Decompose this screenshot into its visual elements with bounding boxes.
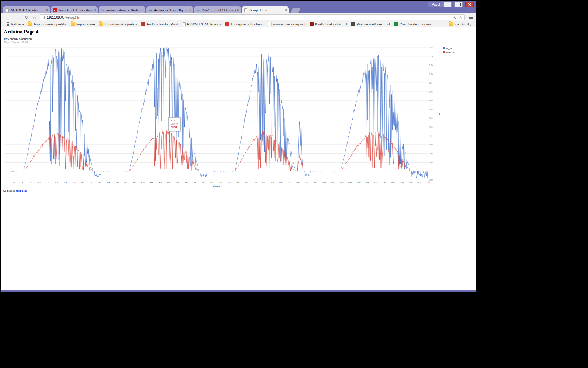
bookmark-historia-fondu[interactable]: História fondu - Poist <box>139 22 180 26</box>
tooltip-x-value: 712 <box>171 119 178 122</box>
svg-text:340: 340 <box>115 182 119 183</box>
tab-close-icon[interactable]: × <box>189 8 191 12</box>
site-favicon <box>351 22 355 26</box>
svg-text:1k: 1k <box>429 82 432 84</box>
tab-temp-demo-active[interactable]: Temp demo × <box>242 6 289 13</box>
back-button[interactable]: ← <box>3 15 13 20</box>
svg-text:500: 500 <box>429 126 433 128</box>
tab-strip: NETGEAR Router × ▶ JavaScript: Understan… <box>3 6 300 13</box>
svg-text:1172: 1172 <box>391 182 395 183</box>
site-favicon <box>141 22 145 26</box>
close-button[interactable] <box>466 2 474 7</box>
svg-text:730: 730 <box>245 182 248 183</box>
tab-arduino-string-search[interactable]: G arduino string - Hľadať G × <box>99 6 145 13</box>
bookmark-label: Importované z prehlia <box>105 22 137 26</box>
svg-text:600: 600 <box>429 117 433 119</box>
energy-line-chart[interactable]: 1.4k1.3k1.2k1.1k1k9008007006005004003002… <box>2 44 462 189</box>
chrome-profile-chip[interactable]: Pavol <box>428 2 443 7</box>
profile-name: Pavol <box>432 2 440 6</box>
page-footer: Go back to main page <box>3 189 27 192</box>
minimize-button[interactable] <box>443 2 452 7</box>
page-content: Arduino Page 4 Day energy production Pan… <box>1 27 476 290</box>
tab-title: JavaScript: Understanding <box>58 8 92 12</box>
chart-title: Day energy production <box>4 37 32 40</box>
tab-arduino-stringobject[interactable]: ∞ Arduino - StringObject × <box>146 6 193 13</box>
tab-netgear-router[interactable]: NETGEAR Router × <box>3 6 50 13</box>
svg-text:184: 184 <box>64 182 67 183</box>
svg-text:106: 106 <box>38 182 41 183</box>
svg-text:938: 938 <box>314 182 317 183</box>
other-bookmarks-button[interactable]: Iné záložky <box>447 22 473 26</box>
site-favicon <box>268 22 272 26</box>
svg-text:808: 808 <box>271 182 274 183</box>
page-favicon <box>244 8 247 12</box>
svg-text:All_W: All_W <box>446 47 452 50</box>
bookmark-controle-chargeur[interactable]: Contrôle de chargeur <box>392 22 433 26</box>
svg-text:288: 288 <box>98 182 102 183</box>
svg-text:700: 700 <box>429 108 433 110</box>
svg-text:132: 132 <box>47 182 50 183</box>
forward-button[interactable]: → <box>13 15 22 20</box>
tooltip-value: 428 <box>171 125 178 129</box>
home-button[interactable]: ⌂ <box>31 15 39 20</box>
bookmark-apps[interactable]: Aplikácie <box>3 22 26 26</box>
svg-text:860: 860 <box>288 182 291 183</box>
bookmark-label: História fondu - Poist <box>147 22 178 26</box>
svg-text:1224: 1224 <box>408 182 413 183</box>
tab-close-icon[interactable]: × <box>237 8 239 12</box>
svg-text:886: 886 <box>297 182 300 183</box>
zoom-icon[interactable] <box>452 15 456 19</box>
bookmark-isover[interactable]: www.isover.sk/reposit <box>266 22 307 26</box>
svg-text:100: 100 <box>429 161 433 163</box>
bookmark-kvalitni-nekvalita[interactable]: Kvalitní-nekvalita :: U <box>307 22 349 26</box>
tab-javascript-understanding[interactable]: ▶ JavaScript: Understanding × <box>51 6 98 13</box>
google-favicon: G <box>100 8 105 12</box>
apps-grid-icon <box>5 22 9 26</box>
svg-text:1094: 1094 <box>365 182 369 183</box>
bookmark-pvwatts[interactable]: PVWATTS: AC Energy <box>180 22 223 26</box>
tab-dont-format-sd-cards[interactable]: ∞ Don't Format SD cards wi × <box>194 6 241 13</box>
reload-button[interactable]: ↻ <box>22 15 31 20</box>
svg-text:1016: 1016 <box>339 182 344 183</box>
bookmark-label: Aplikácie <box>11 22 24 26</box>
tab-title: arduino string - Hľadať G <box>106 8 140 12</box>
bookmark-impregnacia[interactable]: Impregnácia Bochemi <box>223 22 266 26</box>
svg-text:900: 900 <box>429 91 433 93</box>
bookmark-label: Importované z prehlia <box>34 22 66 26</box>
tab-close-icon[interactable]: × <box>141 8 144 12</box>
svg-text:834: 834 <box>279 182 283 183</box>
svg-text:Minute: Minute <box>213 185 220 187</box>
tab-close-icon[interactable]: × <box>94 8 96 12</box>
svg-text:800: 800 <box>429 99 433 102</box>
svg-text:1068: 1068 <box>356 182 361 183</box>
site-favicon <box>310 22 314 26</box>
svg-text:782: 782 <box>262 182 266 183</box>
new-tab-button[interactable] <box>291 8 301 13</box>
bookmark-proc-se-v-eu[interactable]: Proč se v EU nesmí sl <box>349 22 392 26</box>
menu-hamburger-icon[interactable] <box>469 16 473 19</box>
svg-text:678: 678 <box>228 182 231 183</box>
url-host: 192.168.0.7 <box>47 15 66 20</box>
bookmark-imported-1[interactable]: Importované z prehlia <box>26 22 69 26</box>
tab-close-icon[interactable]: × <box>285 8 287 12</box>
desktop-screen: Pavol NETGEAR Router × ▶ JavaScript: Und… <box>1 1 476 292</box>
svg-text:470: 470 <box>159 182 162 183</box>
svg-text:964: 964 <box>322 182 326 183</box>
address-bar[interactable]: 192.168.0.7/elog.htm ☆ <box>40 14 465 20</box>
bookmark-imported-3[interactable]: Importované z prehlia <box>97 22 139 26</box>
bookmark-label: Contrôle de chargeur <box>400 22 431 26</box>
bookmark-star-icon[interactable]: ☆ <box>458 15 462 20</box>
svg-text:652: 652 <box>219 182 222 183</box>
folder-icon <box>71 22 75 26</box>
tab-title: Arduino - StringObject <box>154 8 188 12</box>
bookmark-imported-2[interactable]: Importované <box>69 22 97 26</box>
svg-text:1.4k: 1.4k <box>429 47 433 49</box>
tab-close-icon[interactable]: × <box>46 8 48 12</box>
svg-text:1042: 1042 <box>348 182 352 183</box>
url-text: 192.168.0.7/elog.htm <box>47 15 453 20</box>
main-page-link[interactable]: main page <box>16 189 27 192</box>
svg-text:1250: 1250 <box>417 182 421 183</box>
maximize-button[interactable] <box>454 2 463 7</box>
svg-text:548: 548 <box>184 182 188 183</box>
svg-text:626: 626 <box>210 182 214 183</box>
